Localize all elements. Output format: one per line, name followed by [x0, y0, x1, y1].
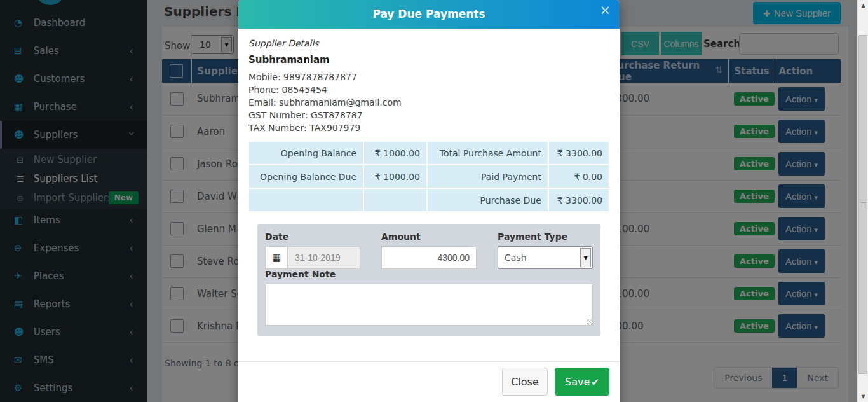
- summary-value: ₹ 1000.00: [364, 142, 426, 164]
- summary-value: ₹ 1000.00: [364, 165, 426, 188]
- close-icon[interactable]: ×: [599, 3, 611, 18]
- payment-type-label: Payment Type: [498, 232, 567, 242]
- supplier-details-heading: Supplier Details: [248, 38, 402, 48]
- amount-input[interactable]: [381, 246, 477, 269]
- scroll-down-arrow-icon[interactable]: ▼: [858, 391, 868, 402]
- vertical-scrollbar[interactable]: ▲ ▼: [857, 0, 868, 402]
- amount-label: Amount: [381, 232, 421, 242]
- select-arrow-icon: ▼: [580, 248, 591, 267]
- summary-label: Opening Balance: [249, 142, 363, 164]
- summary-row: Purchase Due ₹ 3300.00: [249, 189, 609, 211]
- supplier-name: Subhramaniam: [248, 54, 402, 66]
- date-label: Date: [265, 232, 288, 242]
- summary-row: Opening Balance Due ₹ 1000.00 Paid Payme…: [249, 165, 609, 188]
- scrollbar-grip-icon: [861, 202, 866, 207]
- payment-note-label: Payment Note: [265, 269, 336, 279]
- payment-type-select[interactable]: Cash ▼: [498, 246, 593, 269]
- scroll-up-arrow-icon[interactable]: ▲: [858, 0, 868, 11]
- payment-note-textarea[interactable]: [265, 284, 593, 326]
- save-button[interactable]: Save✔: [555, 368, 609, 396]
- pay-due-payments-modal: Pay Due Payments × Supplier Details Subh…: [238, 0, 620, 402]
- payment-type-value: Cash: [498, 247, 578, 268]
- summary-value: [364, 189, 426, 211]
- modal-footer-divider: [238, 361, 620, 362]
- balance-summary-table: Opening Balance ₹ 1000.00 Total Purchase…: [248, 141, 610, 212]
- summary-label: Paid Payment: [428, 165, 548, 188]
- scrollbar-thumb[interactable]: [858, 35, 867, 374]
- close-button[interactable]: Close: [502, 368, 548, 396]
- check-icon: ✔: [591, 377, 599, 388]
- date-input[interactable]: [288, 246, 360, 269]
- screen: ◔ Dashboard ⊟ Sales ‹ ☻ Customers ‹ ▦ Pu…: [0, 0, 868, 402]
- summary-value: ₹ 3300.00: [549, 189, 609, 211]
- summary-value: ₹ 0.00: [549, 165, 609, 188]
- summary-label: [249, 189, 363, 211]
- summary-value: ₹ 3300.00: [549, 142, 609, 164]
- supplier-gst: GST Number: GST878787: [248, 109, 402, 121]
- summary-label: Total Purchase Amount: [428, 142, 548, 164]
- supplier-email: Email: subhramaniam@gmail.com: [248, 96, 402, 109]
- modal-title: Pay Due Payments: [238, 0, 620, 29]
- supplier-details: Supplier Details Subhramaniam Mobile: 98…: [248, 38, 402, 134]
- calendar-icon[interactable]: ▦: [265, 246, 288, 269]
- resize-grip-icon[interactable]: [587, 319, 592, 325]
- summary-label: Purchase Due: [428, 189, 548, 211]
- payment-form-panel: Date Amount Payment Type ▦ Cash ▼ Paymen…: [257, 224, 600, 336]
- supplier-mobile: Mobile: 9897878787877: [248, 71, 402, 83]
- supplier-phone: Phone: 08545454: [248, 83, 402, 96]
- supplier-tax: TAX Number: TAX907979: [248, 121, 402, 134]
- summary-row: Opening Balance ₹ 1000.00 Total Purchase…: [249, 142, 609, 164]
- modal-header: Pay Due Payments ×: [238, 0, 620, 29]
- summary-label: Opening Balance Due: [249, 165, 363, 188]
